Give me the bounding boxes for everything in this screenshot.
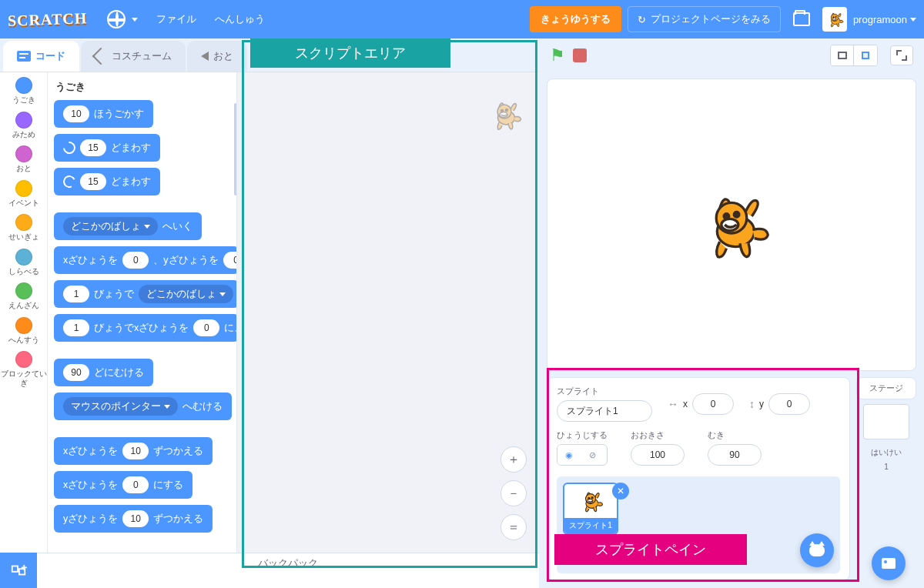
sprite-on-stage[interactable] [689,182,774,267]
category-しらべる[interactable]: しらべる [0,249,47,276]
delete-sprite-button[interactable]: ✕ [612,483,629,499]
turn-cw-value[interactable]: 15 [80,139,106,156]
sprite-y-input[interactable] [768,393,810,415]
block-point-dir[interactable]: 90どにむける [54,359,153,386]
zoom-out-button[interactable]: － [500,480,527,506]
block-palette: うごき 10ほうごかす 15どまわす 15どまわす どこかのばしょへいく xざひ… [48,72,237,553]
sprite-name-input[interactable] [557,400,652,422]
visibility-toggle [557,444,608,466]
block-text: ほうごかす [94,108,144,121]
sprite-x-input[interactable] [692,393,734,415]
stage-selector: ステージ はいけい 1 [856,377,916,580]
block-text: xざひょうを [63,445,118,458]
menu-bar: SCRATCH ファイル へんしゅう きょうゆうする プロジェクトページをみる … [0,0,924,38]
zoom-in-button[interactable]: ＋ [500,446,527,473]
stage-small-button[interactable] [831,45,854,65]
block-text: へむける [182,400,223,413]
tab-costumes[interactable]: コスチューム [81,41,186,72]
category-dot-icon [15,77,32,94]
set-x-value[interactable]: 0 [122,476,149,493]
category-みため[interactable]: みため [0,112,47,139]
goto-target-dropdown[interactable]: どこかのばしょ [63,217,158,236]
tab-code[interactable]: コード [3,41,79,72]
block-glide-xy[interactable]: 1びょうでxざひょうを0に、yざひょうを [54,314,237,342]
script-area[interactable]: ＋ － ＝ [237,72,539,553]
show-sprite-button[interactable] [557,445,581,465]
glide-xy-x-value[interactable]: 0 [193,319,219,336]
glide-target-dropdown[interactable]: どこかのばしょ [139,285,233,303]
stage-thumbnail[interactable] [863,404,909,439]
block-text: びょうで [94,288,134,301]
username-label: programoon [853,14,907,25]
category-へんすう[interactable]: へんすう [0,317,47,345]
block-goto[interactable]: どこかのばしょへいく [54,212,202,240]
category-イベント[interactable]: イベント [0,180,47,208]
zoom-reset-button[interactable]: ＝ [500,514,527,540]
add-sprite-button[interactable] [800,533,834,567]
glide-secs-value[interactable]: 1 [63,286,89,302]
sound-icon [201,52,209,61]
share-button[interactable]: きょうゆうする [530,6,621,32]
file-menu[interactable]: ファイル [147,0,206,38]
avatar[interactable] [822,7,847,32]
category-うごき[interactable]: うごき [0,77,47,105]
edit-menu[interactable]: へんしゅう [206,0,274,38]
block-move-steps[interactable]: 10ほうごかす [54,100,153,128]
chevron-down-icon [910,18,916,22]
fullscreen-button[interactable] [890,45,913,65]
point-dir-value[interactable]: 90 [63,364,89,381]
add-extension-button[interactable] [0,553,37,588]
block-change-x[interactable]: xざひょうを10ずつかえる [54,437,213,465]
goto-x-value[interactable]: 0 [122,252,149,269]
turn-ccw-value[interactable]: 15 [80,173,106,190]
category-dot-icon [15,112,32,129]
scratch-logo[interactable]: SCRATCH [8,9,88,30]
move-steps-value[interactable]: 10 [63,105,89,122]
backpack-toggle[interactable]: バックパック [37,553,539,573]
dropdown-label: マウスのポインター [71,400,161,413]
green-flag-button[interactable]: ⚑ [550,45,565,65]
point-toward-dropdown[interactable]: マウスのポインター [63,397,178,416]
change-x-value[interactable]: 10 [122,443,149,459]
small-stage-icon [838,52,847,59]
stage-large-button[interactable] [854,45,877,65]
add-backdrop-button[interactable] [872,546,906,580]
cat-face-icon [809,544,825,556]
my-stuff-icon[interactable] [793,12,810,26]
hide-sprite-button[interactable] [581,445,604,465]
x-label: x [683,399,688,409]
see-project-page-button[interactable]: プロジェクトページをみる [628,6,781,32]
change-y-value[interactable]: 10 [122,510,149,527]
dropdown-label: どこかのばしょ [71,220,141,233]
block-point-toward[interactable]: マウスのポインターへむける [54,393,232,420]
block-turn-ccw[interactable]: 15どまわす [54,168,160,195]
tab-sounds-label: おと [213,50,233,63]
account-menu[interactable]: programoon [853,14,916,25]
category-えんざん[interactable]: えんざん [0,282,47,310]
category-おと[interactable]: おと [0,145,47,173]
stage[interactable] [547,79,916,371]
see-project-label: プロジェクトページをみる [651,12,771,26]
category-せいぎょ[interactable]: せいぎょ [0,214,47,242]
block-text: どまわす [111,142,151,155]
category-ブロックていぎ[interactable]: ブロックていぎ [0,351,47,387]
glide-xy-secs-value[interactable]: 1 [63,319,89,336]
fullscreen-icon [896,50,907,61]
tab-sounds[interactable]: おと [187,41,247,72]
category-dot-icon [15,145,32,162]
sprite-card[interactable]: スプライト1 [563,483,618,535]
sprite-x-field: x [668,393,734,415]
stage-panel-title: ステージ [856,377,916,399]
stop-button[interactable] [573,48,587,62]
block-set-x[interactable]: xざひょうを0にする [54,471,192,499]
sprite-direction-input[interactable] [708,444,762,466]
block-turn-cw[interactable]: 15どまわす [54,134,160,162]
category-label: うごき [0,95,47,105]
goto-y-value[interactable]: 0 [223,252,238,269]
block-change-y[interactable]: yざひょうを10ずつかえる [54,505,213,533]
language-menu[interactable] [98,0,147,38]
sprite-card-name: スプライト1 [564,518,617,533]
block-goto-xy[interactable]: xざひょうを0、yざひょうを0にする [54,246,237,274]
block-glide[interactable]: 1びょうでどこかのばしょへいく [54,280,237,308]
sprite-size-input[interactable] [631,444,685,466]
